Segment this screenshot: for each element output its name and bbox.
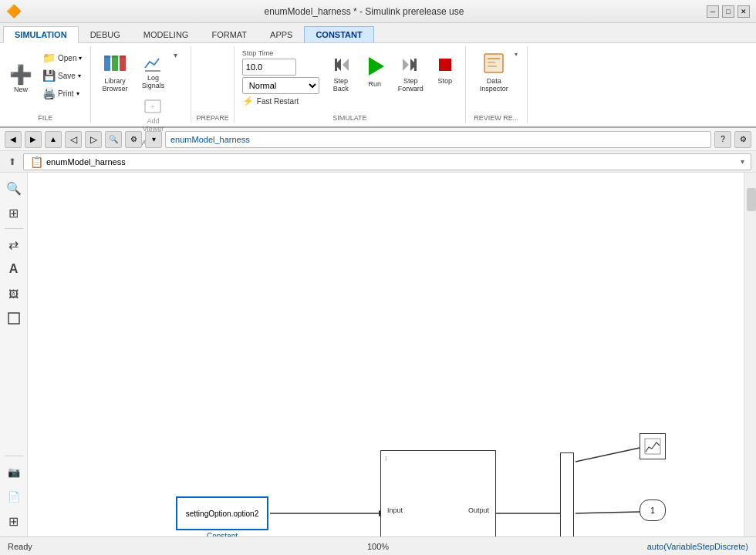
step-forward-icon <box>400 54 421 76</box>
prepare-group-label: PREPARE <box>196 111 228 122</box>
save-icon: 💾 <box>42 69 56 82</box>
svg-rect-8 <box>335 59 337 71</box>
svg-marker-10 <box>369 57 384 76</box>
svg-text:+: + <box>151 103 156 111</box>
stop-time-input[interactable] <box>242 59 296 76</box>
nav-toggle-button[interactable]: ⇄ <box>3 234 25 255</box>
breadcrumb-item[interactable]: enumModel_harness <box>170 135 250 144</box>
forward-button[interactable]: ▶ <box>25 131 42 148</box>
box-icon <box>7 311 21 325</box>
screenshot-button[interactable]: 📷 <box>3 461 25 483</box>
constant-value: settingOption.option2 <box>186 510 259 518</box>
tab-debug[interactable]: DEBUG <box>79 26 132 42</box>
library-expand-button[interactable]: ▾ <box>174 51 177 59</box>
svg-rect-14 <box>439 59 451 71</box>
svg-rect-19 <box>8 313 19 324</box>
add-viewer-icon: + <box>143 97 162 116</box>
tab-constant[interactable]: CONSTANT <box>304 26 373 42</box>
tool-separator-2 <box>5 456 23 456</box>
log-signals-button[interactable]: LogSignals <box>133 51 172 92</box>
run-button[interactable]: Run <box>358 51 392 91</box>
toolbar-nav-btn4[interactable]: ◁ <box>65 131 82 148</box>
svg-rect-12 <box>414 59 417 71</box>
back-button[interactable]: ◀ <box>5 131 22 148</box>
fmu-output-label: Output <box>468 506 489 514</box>
scrollbar-thumb[interactable] <box>747 188 756 211</box>
constant-block[interactable]: settingOption.option2 <box>176 496 268 530</box>
toolbar-area: ◀ ▶ ▲ ◁ ▷ 🔍 ⚙ ▾ enumModel_harness ? ⚙ <box>0 128 756 151</box>
right-scrollbar[interactable] <box>744 173 756 536</box>
save-button[interactable]: 💾 Save ▾ <box>39 67 86 84</box>
scope-block[interactable] <box>640 433 666 459</box>
settings-button[interactable]: ⚙ <box>734 131 751 148</box>
canvas-area[interactable]: settingOption.option2 Constant ↕ Input O… <box>28 173 744 536</box>
print-icon: 🖨️ <box>42 87 56 99</box>
docs-button[interactable]: 📄 <box>3 486 25 507</box>
svg-marker-13 <box>403 59 409 71</box>
tool-separator-1 <box>5 228 23 229</box>
review-expand-button[interactable]: ▾ <box>515 48 518 58</box>
window-title: enumModel_harness * - Simulink prereleas… <box>22 6 707 17</box>
stop-button[interactable]: Stop <box>430 51 461 88</box>
maximize-button[interactable]: □ <box>722 5 734 18</box>
fmu-block[interactable]: ↕ Input Output —— <box>380 450 496 536</box>
model-name-bar: 📋 enumModel_harness ▾ <box>23 153 751 170</box>
close-button[interactable]: ✕ <box>737 5 750 18</box>
fmu-input-label: Input <box>387 506 403 514</box>
tab-modeling[interactable]: MODELING <box>132 26 201 42</box>
model-nav: ⬆ 📋 enumModel_harness ▾ <box>0 151 756 173</box>
svg-rect-15 <box>484 54 503 72</box>
data-inspector-button[interactable]: DataInspector <box>475 48 513 96</box>
status-solver: auto(VariableStepDiscrete) <box>501 542 748 551</box>
help-button[interactable]: ? <box>714 131 731 148</box>
main-area: 🔍 ⊞ ⇄ A 🖼 📷 📄 ⊞ <box>0 173 756 536</box>
fit-view-button[interactable]: ⊞ <box>3 202 25 224</box>
solver-select[interactable]: Normal Accelerator Rapid Accelerator <box>242 77 319 94</box>
text-tool-button[interactable]: A <box>3 258 25 280</box>
stop-time-group: Stop Time Normal Accelerator Rapid Accel… <box>239 48 322 108</box>
breadcrumb-bar: enumModel_harness <box>165 131 711 148</box>
review-group-label: REVIEW RE... <box>474 111 518 122</box>
new-icon: ➕ <box>9 66 32 84</box>
tab-format[interactable]: FORMAT <box>200 26 258 42</box>
prepare-group: PREPARE <box>191 46 234 123</box>
expand-panel-button[interactable]: ⊞ <box>3 510 25 532</box>
toolbar-nav-btn5[interactable]: ▷ <box>85 131 102 148</box>
model-nav-up-button[interactable]: ⬆ <box>5 154 20 170</box>
outport-block[interactable]: 1 <box>640 500 666 521</box>
svg-rect-39 <box>645 439 660 454</box>
print-button[interactable]: 🖨️ Print ▾ <box>39 85 86 102</box>
box-tool-button[interactable] <box>3 308 25 329</box>
ribbon: ➕ New 📁 Open ▾ 💾 Save ▾ 🖨️ <box>0 43 756 128</box>
fast-restart-icon: ⚡ <box>242 96 254 106</box>
review-group: DataInspector ▾ REVIEW RE... <box>466 46 528 123</box>
svg-marker-9 <box>343 59 349 71</box>
svg-line-24 <box>575 512 640 513</box>
model-nav-dropdown[interactable]: ▾ <box>741 157 744 166</box>
add-viewer-button[interactable]: + AddViewer <box>133 94 172 136</box>
status-ready: Ready <box>8 542 255 551</box>
open-icon: 📁 <box>42 52 56 64</box>
simulate-group: Stop Time Normal Accelerator Rapid Accel… <box>235 46 466 123</box>
file-group-label: FILE <box>38 111 52 122</box>
svg-line-23 <box>575 448 640 462</box>
library-group: LibraryBrowser LogSignals + AddViewer <box>91 46 191 123</box>
left-toolbar: 🔍 ⊞ ⇄ A 🖼 📷 📄 ⊞ <box>0 173 28 536</box>
step-back-button[interactable]: StepBack <box>326 51 356 96</box>
svg-rect-3 <box>104 56 126 58</box>
data-inspector-icon <box>481 51 506 76</box>
tab-apps[interactable]: APPS <box>258 26 304 42</box>
stop-icon <box>434 54 456 76</box>
zoom-tool-button[interactable]: 🔍 <box>3 177 25 199</box>
library-browser-button[interactable]: LibraryBrowser <box>97 48 132 96</box>
run-icon <box>363 54 387 79</box>
new-button[interactable]: ➕ New <box>5 48 37 111</box>
image-tool-button[interactable]: 🖼 <box>3 283 25 304</box>
search-button[interactable]: 🔍 <box>105 131 122 148</box>
open-button[interactable]: 📁 Open ▾ <box>39 49 86 66</box>
tab-simulation[interactable]: SIMULATION <box>3 26 79 43</box>
mux-block[interactable] <box>560 452 574 536</box>
up-button[interactable]: ▲ <box>45 131 62 148</box>
step-forward-button[interactable]: StepForward <box>393 51 428 96</box>
minimize-button[interactable]: ─ <box>707 5 719 18</box>
